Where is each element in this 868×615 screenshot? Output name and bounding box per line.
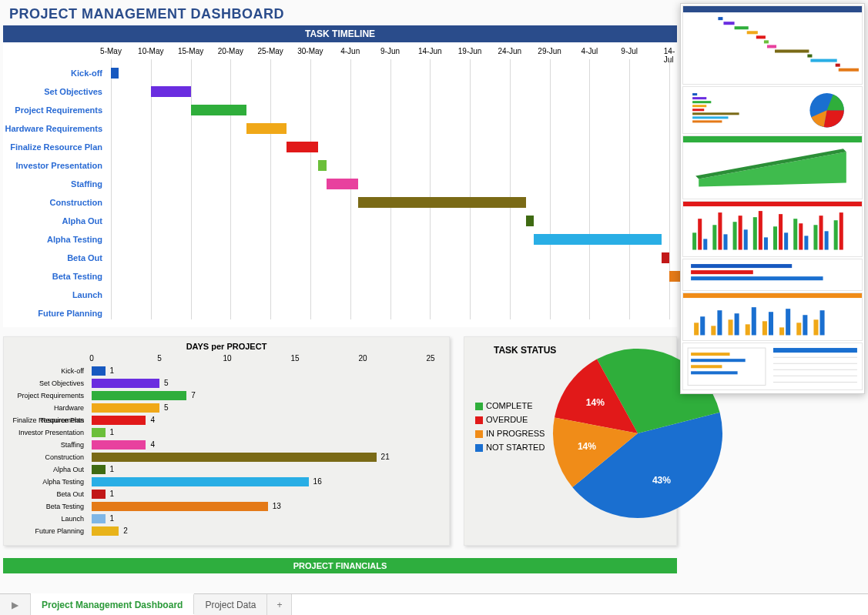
svg-rect-41: [793, 219, 797, 249]
days-row: Finalize Resource Plan4: [10, 414, 443, 426]
thumb-risk-bars: [682, 201, 863, 257]
svg-rect-15: [692, 101, 711, 103]
svg-rect-14: [692, 97, 706, 99]
gantt-task-label: Hardware Requirements: [3, 119, 107, 138]
gantt-row: Finalize Resource Plan: [3, 138, 669, 156]
gantt-date-label: 15-May: [178, 47, 203, 55]
days-row: Hardware Requirements5: [10, 402, 443, 414]
legend-item: OVERDUE: [475, 413, 545, 426]
svg-rect-13: [692, 93, 697, 95]
gantt-task-label: Set Objectives: [3, 82, 107, 101]
days-row-label: Kick-off: [10, 365, 87, 377]
gantt-bar: [111, 68, 119, 79]
svg-rect-62: [769, 312, 773, 335]
svg-rect-30: [718, 212, 722, 249]
svg-rect-0: [683, 6, 862, 12]
days-row-label: Future Planning: [10, 525, 87, 537]
gantt-bar: [246, 123, 287, 134]
days-row-label: Investor Presentation: [10, 426, 87, 439]
svg-rect-28: [703, 239, 707, 249]
svg-rect-49: [691, 264, 792, 268]
svg-rect-8: [775, 49, 809, 52]
gantt-row: Future Planning: [3, 304, 669, 323]
thumb-orange-bars: [682, 292, 863, 341]
days-row: Staffing4: [10, 439, 443, 451]
svg-rect-20: [692, 120, 722, 122]
gantt-bar: [191, 105, 247, 115]
gantt-date-label: 5-May: [100, 47, 122, 55]
svg-rect-70: [691, 353, 729, 356]
days-tick: 25: [426, 354, 434, 363]
svg-rect-34: [744, 229, 748, 249]
days-bar: [92, 477, 309, 486]
svg-rect-61: [762, 321, 767, 335]
svg-rect-31: [723, 234, 727, 249]
gantt-row: Project Requirements: [3, 101, 669, 119]
gantt-row: Alpha Testing: [3, 230, 669, 249]
tab-project-management-dashboard[interactable]: Project Management Dashboard: [31, 593, 194, 614]
days-row-label: Alpha Testing: [10, 476, 87, 488]
days-row-label: Project Requirements: [10, 389, 87, 402]
days-row: Alpha Testing16: [10, 476, 443, 488]
gantt-task-label: Beta Out: [3, 249, 107, 267]
svg-rect-18: [692, 112, 739, 115]
days-tick: 5: [157, 354, 162, 363]
gantt-date-label: 29-Jun: [538, 47, 561, 55]
svg-rect-48: [840, 212, 843, 249]
days-row-label: Beta Testing: [10, 500, 87, 513]
gantt-bar: [358, 197, 526, 208]
days-bar: [92, 391, 186, 400]
svg-rect-10: [810, 59, 836, 62]
svg-rect-45: [819, 216, 823, 249]
svg-rect-22: [683, 136, 862, 142]
svg-rect-9: [807, 55, 812, 58]
gantt-date-label: 24-Jun: [498, 47, 522, 55]
svg-rect-58: [735, 313, 739, 335]
gantt-row: Set Objectives: [3, 82, 669, 101]
gantt-bar: [287, 142, 318, 152]
svg-rect-53: [694, 323, 699, 335]
days-bar: [92, 366, 106, 376]
days-row-label: Finalize Resource Plan: [10, 414, 87, 426]
svg-rect-26: [692, 232, 696, 249]
svg-rect-25: [683, 202, 862, 206]
days-bar: [92, 502, 268, 511]
days-row: Beta Testing13: [10, 500, 443, 513]
tab-nav-prev-icon[interactable]: ▶: [0, 594, 31, 615]
days-value: 5: [164, 402, 169, 414]
days-bar: [92, 490, 106, 499]
days-bar: [92, 379, 159, 388]
days-row: Launch1: [10, 513, 443, 525]
tab-project-data[interactable]: Project Data: [194, 594, 267, 615]
days-row-label: Construction: [10, 451, 87, 463]
days-chart-title: DAYS per PROJECT: [10, 342, 443, 354]
gantt-date-label: 9-Jun: [380, 47, 400, 55]
days-row-label: Beta Out: [10, 488, 87, 500]
legend-item: IN PROGRESS: [475, 426, 545, 440]
days-row: Investor Presentation1: [10, 426, 443, 439]
days-bar: [92, 514, 106, 523]
task-status-chart: TASK STATUS COMPLETEOVERDUEIN PROGRESSNO…: [464, 336, 677, 546]
gantt-row: Beta Out: [3, 249, 669, 267]
gantt-task-label: Investor Presentation: [3, 156, 107, 175]
gantt-bar: [318, 160, 326, 171]
svg-rect-32: [733, 222, 737, 249]
svg-rect-50: [691, 270, 753, 274]
svg-rect-36: [759, 211, 762, 249]
gantt-task-label: Project Requirements: [3, 101, 107, 119]
legend-label: NOT STARTED: [486, 443, 545, 452]
svg-rect-6: [764, 40, 769, 43]
gantt-row: Staffing: [3, 175, 669, 193]
tab-add-icon[interactable]: +: [267, 594, 292, 615]
days-row-label: Alpha Out: [10, 463, 87, 476]
days-value: 13: [273, 500, 281, 513]
svg-rect-38: [773, 226, 777, 249]
gantt-row: Alpha Out: [3, 212, 669, 230]
gantt-date-label: 9-Jul: [621, 47, 638, 55]
days-value: 5: [164, 377, 169, 389]
svg-rect-73: [691, 371, 738, 374]
gantt-row: Construction: [3, 193, 669, 212]
svg-rect-12: [839, 69, 859, 72]
days-value: 21: [381, 451, 390, 463]
svg-rect-43: [804, 236, 808, 249]
